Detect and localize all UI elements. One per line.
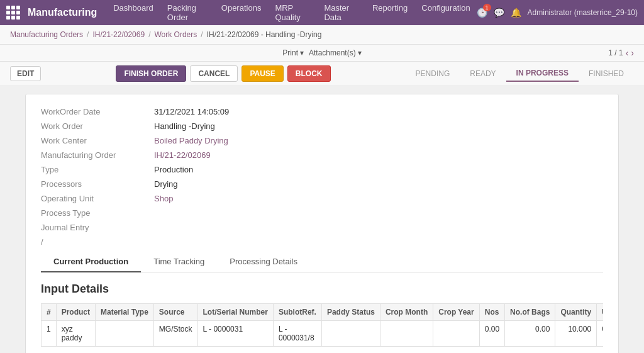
breadcrumb-work-orders[interactable]: Work Orders xyxy=(154,30,197,39)
top-menu: Dashboard Packing Order Operations MRP Q… xyxy=(107,1,476,25)
field-mfg-order: Manufacturing Order IH/21-22/02069 xyxy=(41,150,603,160)
field-slash: / xyxy=(41,237,603,247)
dropdown-arrow-icon: ▾ xyxy=(300,48,304,57)
breadcrumb-order-id[interactable]: IH/21-22/02069 xyxy=(92,30,145,39)
cell-source: MG/Stock xyxy=(153,321,197,347)
menu-configuration[interactable]: Configuration xyxy=(415,1,476,25)
field-work-center: Work Center Boiled Paddy Drying xyxy=(41,136,603,145)
breadcrumb-sep-1: / xyxy=(87,30,89,39)
menu-packing-order[interactable]: Packing Order xyxy=(161,1,214,25)
page-nav: 1 / 1 ‹ › xyxy=(608,48,634,58)
menu-master-data[interactable]: Master Data xyxy=(318,1,365,25)
col-num: # xyxy=(42,304,57,321)
col-paddy-status: Paddy Status xyxy=(321,304,380,321)
control-bar: EDIT FINISH ORDER CANCEL PAUSE BLOCK PEN… xyxy=(0,62,644,86)
value-operating-unit[interactable]: Shop xyxy=(154,194,173,203)
field-processors: Processors Drying xyxy=(41,179,603,189)
label-work-order: Work Order xyxy=(41,121,154,131)
cell-sublot: L - 0000031/8 xyxy=(273,321,321,347)
action-bar: Print ▾ Attachment(s) ▾ 1 / 1 ‹ › xyxy=(0,45,644,62)
topnav-right: 🕑 1 💬 🔔 Administrator (masterrice_29-10) xyxy=(477,8,638,18)
attachment-button[interactable]: Attachment(s) ▾ xyxy=(309,48,362,57)
status-in-progress[interactable]: IN PROGRESS xyxy=(506,65,579,82)
cell-paddy-status xyxy=(321,321,380,347)
input-details-table: # Product Material Type Source Lot/Seria… xyxy=(41,303,603,347)
label-journal-entry: Journal Entry xyxy=(41,223,154,232)
field-process-type: Process Type xyxy=(41,208,603,218)
user-info[interactable]: Administrator (masterrice_29-10) xyxy=(528,8,638,17)
col-no-of-bags: No.of Bags xyxy=(505,304,555,321)
notification-badge: 1 xyxy=(483,4,491,11)
status-ready[interactable]: READY xyxy=(460,66,506,81)
field-journal-entry: Journal Entry xyxy=(41,223,603,232)
top-navigation: Manufacturing Dashboard Packing Order Op… xyxy=(0,0,644,25)
breadcrumb-current: IH/21-22/02069 - Handling -Drying xyxy=(207,30,322,39)
col-quantity: Quantity xyxy=(555,304,597,321)
menu-dashboard[interactable]: Dashboard xyxy=(107,1,160,25)
col-nos: Nos xyxy=(479,304,504,321)
col-material-type: Material Type xyxy=(96,304,154,321)
cell-lot-serial: L - 0000031 xyxy=(197,321,273,347)
value-processors: Drying xyxy=(154,179,178,189)
cell-num: 1 xyxy=(42,321,57,347)
label-mfg-order: Manufacturing Order xyxy=(41,150,154,160)
tab-time-tracking[interactable]: Time Tracking xyxy=(141,252,217,272)
value-work-order: Handling -Drying xyxy=(154,121,215,131)
status-bar: PENDING READY IN PROGRESS FINISHED xyxy=(406,65,634,82)
action-bar-center: Print ▾ Attachment(s) ▾ xyxy=(282,48,361,57)
menu-reporting[interactable]: Reporting xyxy=(366,1,414,25)
field-workorder-date: WorkOrder Date 31/12/2021 14:05:09 xyxy=(41,107,603,116)
breadcrumb-mfg-orders[interactable]: Manufacturing Orders xyxy=(10,30,83,39)
col-product: Product xyxy=(56,304,95,321)
value-work-center[interactable]: Boiled Paddy Drying xyxy=(154,136,228,145)
breadcrumb: Manufacturing Orders / IH/21-22/02069 / … xyxy=(0,25,644,45)
label-slash: / xyxy=(41,237,154,247)
col-uom: UOM xyxy=(597,304,603,321)
app-logo[interactable]: Manufacturing xyxy=(6,6,97,20)
col-crop-month: Crop Month xyxy=(380,304,433,321)
table-row: 1 xyz paddy MG/Stock L - 0000031 L - 000… xyxy=(42,321,604,347)
cell-uom: Quintal xyxy=(597,321,603,347)
next-page-button[interactable]: › xyxy=(631,48,634,58)
col-sublot: SublotRef. xyxy=(273,304,321,321)
label-processors: Processors xyxy=(41,179,154,189)
print-button[interactable]: Print ▾ xyxy=(282,48,304,57)
block-button[interactable]: BLOCK xyxy=(287,65,331,82)
pause-button[interactable]: PAUSE xyxy=(242,65,283,82)
app-title: Manufacturing xyxy=(28,7,97,18)
cell-crop-year xyxy=(433,321,479,347)
dropdown-arrow-icon-2: ▾ xyxy=(358,48,362,57)
field-type: Type Production xyxy=(41,165,603,174)
edit-button[interactable]: EDIT xyxy=(10,66,41,81)
field-operating-unit: Operating Unit Shop xyxy=(41,194,603,203)
page-counter: 1 / 1 xyxy=(608,48,623,57)
clock-icon[interactable]: 🕑 1 xyxy=(477,8,487,18)
field-work-order: Work Order Handling -Drying xyxy=(41,121,603,131)
finish-order-button[interactable]: FINISH ORDER xyxy=(116,65,186,82)
cell-quantity: 10.000 xyxy=(555,321,597,347)
prev-page-button[interactable]: ‹ xyxy=(626,48,629,58)
value-workorder-date: 31/12/2021 14:05:09 xyxy=(154,107,229,116)
label-workorder-date: WorkOrder Date xyxy=(41,107,154,116)
cell-no-of-bags: 0.00 xyxy=(505,321,555,347)
action-buttons: FINISH ORDER CANCEL PAUSE BLOCK xyxy=(116,65,330,82)
tab-processing-details[interactable]: Processing Details xyxy=(217,252,310,272)
cell-crop-month xyxy=(380,321,433,347)
label-type: Type xyxy=(41,165,154,174)
chat-icon[interactable]: 💬 xyxy=(494,8,504,18)
status-pending[interactable]: PENDING xyxy=(406,66,460,81)
status-finished[interactable]: FINISHED xyxy=(579,66,634,81)
breadcrumb-sep-3: / xyxy=(201,30,203,39)
value-mfg-order[interactable]: IH/21-22/02069 xyxy=(154,150,211,160)
cell-material-type xyxy=(96,321,154,347)
form-card: WorkOrder Date 31/12/2021 14:05:09 Work … xyxy=(25,94,619,353)
menu-operations[interactable]: Operations xyxy=(215,1,268,25)
tab-current-production[interactable]: Current Production xyxy=(41,252,141,272)
label-process-type: Process Type xyxy=(41,208,154,218)
label-operating-unit: Operating Unit xyxy=(41,194,154,203)
cancel-button[interactable]: CANCEL xyxy=(190,65,238,82)
menu-mrp-quality[interactable]: MRP Quality xyxy=(269,1,316,25)
bell-icon[interactable]: 🔔 xyxy=(511,8,521,18)
col-source: Source xyxy=(153,304,197,321)
grid-icon xyxy=(6,6,20,20)
